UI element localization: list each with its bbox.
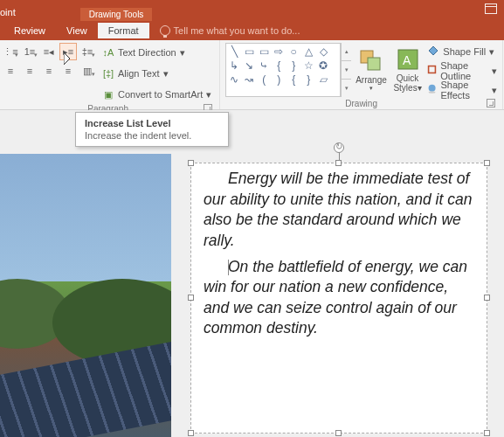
tell-me-placeholder: Tell me what you want to do... [174,25,300,36]
selected-textbox[interactable]: Energy will be the immediate test of our… [190,163,487,434]
connector1-icon[interactable]: ↳ [228,59,240,72]
tab-format[interactable]: Format [98,23,149,38]
resize-handle[interactable] [335,430,342,436]
rect-shape-icon[interactable]: ▭ [243,45,255,58]
ribbon-tabs: Review View Format Tell me what you want… [0,21,504,40]
shape-outline-icon [427,65,437,77]
shapes-gallery[interactable]: ╲ ▭ ▭ ⇨ ○ △ ◇ ↳ ↘ ⤷ { } ☆ [225,43,341,97]
arrange-button[interactable]: Arrange▾ [355,43,388,97]
resize-handle[interactable] [188,295,194,301]
justify-button[interactable]: ≡ [59,62,77,80]
paren-left-icon[interactable]: ( [258,73,270,86]
resize-handle[interactable] [188,430,194,436]
connector3-icon[interactable]: ⤷ [258,59,270,72]
arrow-shape-icon[interactable]: ⇨ [273,45,285,58]
lightbulb-icon [160,25,170,36]
tell-me-search[interactable]: Tell me what you want to do... [160,25,300,36]
contextual-tab-label: Drawing Tools [80,8,153,21]
slide-canvas: Energy will be the immediate test of our… [0,110,504,437]
gallery-more-icon[interactable]: ▾ [342,80,351,97]
shape-fill-button[interactable]: Shape Fill ▾ [427,43,497,60]
resize-handle[interactable] [188,160,194,166]
curve1-icon[interactable]: ∿ [228,73,240,86]
align-text-button[interactable]: [‡]Align Text ▾ [100,64,214,83]
numbering-button[interactable]: 1≡▾ [21,43,38,60]
star-shape-icon[interactable]: ☆ [302,59,314,72]
align-center-button[interactable]: ≡ [21,62,38,80]
triangle-shape-icon[interactable]: △ [302,45,314,58]
svg-rect-4 [429,66,436,73]
brace2-left-icon[interactable]: { [287,73,300,86]
slide-image [0,154,171,437]
tooltip-description: Increase the indent level. [85,130,219,141]
resize-handle[interactable] [484,160,490,166]
shape-fill-icon [427,45,439,58]
curve2-icon[interactable]: ↝ [243,73,255,86]
line-spacing-button[interactable]: ‡≡▾ [79,43,96,60]
align-left-button[interactable]: ≡ [2,62,19,80]
svg-rect-1 [368,58,380,70]
increase-indent-button[interactable]: ▸≡ [59,43,77,60]
connector2-icon[interactable]: ↘ [243,59,255,72]
quick-styles-icon: A [396,47,420,72]
diamond-shape-icon[interactable]: ◇ [317,45,329,58]
text-direction-icon: ↕A [102,46,114,59]
shape-effects-button[interactable]: Shape Effects ▾ [427,81,497,99]
rect2-shape-icon[interactable]: ▭ [258,45,270,58]
resize-handle[interactable] [484,295,490,301]
group-paragraph: ⋮≡▾ 1≡▾ ≡◂ ▸≡ ‡≡▾ ≡ ≡ ≡ ≡ ▥▾ ↕AText D [0,40,220,109]
group-drawing: ╲ ▭ ▭ ⇨ ○ △ ◇ ↳ ↘ ⤷ { } ☆ [220,40,503,109]
paren-right-icon[interactable]: ) [273,73,285,86]
title-bar: oint Drawing Tools [0,0,504,21]
gallery-down-icon[interactable]: ▾ [342,61,351,80]
bullets-button[interactable]: ⋮≡▾ [2,43,19,60]
align-text-icon: [‡] [102,67,114,80]
brace-right-icon[interactable]: } [287,59,300,72]
line-shape-icon[interactable]: ╲ [228,45,240,58]
gallery-up-icon[interactable]: ▴ [342,43,351,61]
rotate-handle[interactable] [334,142,344,153]
resize-handle[interactable] [484,430,490,436]
columns-button[interactable]: ▥▾ [79,62,96,80]
paragraph-1: Energy will be the immediate test of our… [204,169,474,252]
quick-styles-button[interactable]: A QuickStyles▾ [391,43,425,97]
tooltip: Increase List Level Increase the indent … [75,112,229,147]
shape-effects-icon [427,84,437,96]
brace-left-icon[interactable]: { [273,59,285,72]
arrange-icon [359,49,383,73]
action-shape-icon[interactable]: ▱ [317,73,329,86]
drawing-dialog-launcher[interactable] [487,99,495,108]
convert-smartart-button[interactable]: ▣Convert to SmartArt ▾ [100,85,214,104]
text-direction-button[interactable]: ↕AText Direction ▾ [100,43,214,62]
restore-window-icon[interactable] [485,3,497,14]
paragraph-2: On the battlefield of energy, we can win… [204,257,474,340]
group-label-drawing: Drawing [225,99,497,109]
brace2-right-icon[interactable]: } [302,73,314,86]
align-right-button[interactable]: ≡ [40,62,58,80]
resize-handle[interactable] [335,160,342,166]
tooltip-title: Increase List Level [85,118,219,128]
textbox-content[interactable]: Energy will be the immediate test of our… [191,163,487,344]
tab-review[interactable]: Review [3,23,56,38]
svg-point-5 [429,85,436,92]
callout-shape-icon[interactable]: ✪ [317,59,329,72]
decrease-indent-button[interactable]: ≡◂ [40,43,58,60]
shapes-gallery-scroll: ▴ ▾ ▾ [341,43,351,97]
app-name-partial: oint [0,7,19,21]
ribbon: ⋮≡▾ 1≡▾ ≡◂ ▸≡ ‡≡▾ ≡ ≡ ≡ ≡ ▥▾ ↕AText D [0,40,504,110]
svg-point-6 [429,91,436,93]
svg-text:A: A [403,53,411,67]
shape-outline-button[interactable]: Shape Outline ▾ [427,62,497,80]
smartart-icon: ▣ [102,88,114,101]
oval-shape-icon[interactable]: ○ [287,45,300,58]
tab-view[interactable]: View [56,23,98,38]
